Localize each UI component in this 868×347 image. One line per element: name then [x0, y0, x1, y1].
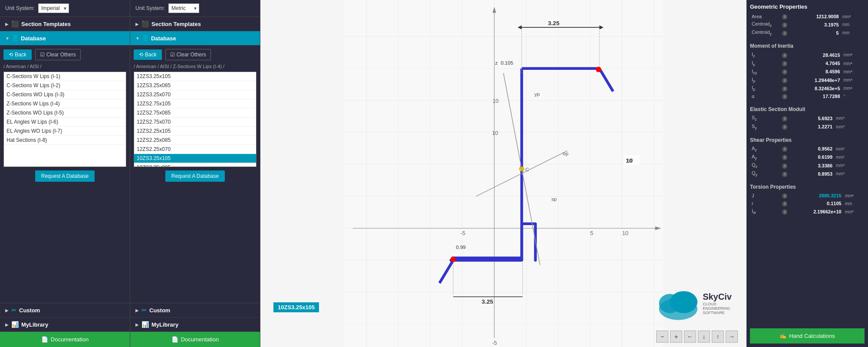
left-custom-label: Custom [19, 307, 40, 314]
left-list-box[interactable]: C-Sections W Lips (I-1) C-Sections W Lip… [3, 72, 126, 167]
info-icon-j[interactable]: ℹ [780, 192, 789, 200]
middle-database-row[interactable]: ▼ 🗄 Database [130, 31, 260, 46]
skyciv-name: SkyCiv [703, 292, 738, 302]
prop-unit-j: mm⁴ [843, 192, 865, 200]
info-icon-qy[interactable]: ℹ [780, 170, 789, 178]
left-section-templates-label: Section Templates [21, 21, 71, 27]
middle-clear-icon: ☑ [170, 52, 175, 58]
left-section-templates-row[interactable]: ▶ ⬛ Section Templates [0, 17, 130, 31]
left-clear-button[interactable]: ☑ Clear Others [35, 49, 81, 60]
list-item[interactable]: 12ZS2.75x085 [134, 108, 256, 118]
prop-val-j[interactable]: 2880.3215 [789, 192, 843, 200]
section-label-text: 10ZS3.25x105 [278, 304, 315, 311]
left-unit-select[interactable]: Imperial Metric [38, 3, 69, 13]
zoom-in-button[interactable]: + [670, 331, 682, 343]
middle-unit-select[interactable]: Metric Imperial [168, 3, 199, 13]
info-icon-i2[interactable]: ℹ [780, 84, 789, 92]
pan-down-button[interactable]: ↓ [698, 331, 710, 343]
info-icon-iy[interactable]: ℹ [780, 59, 789, 68]
list-item[interactable]: 12ZS3.25x105 [134, 72, 256, 81]
info-icon-alpha[interactable]: ℹ [780, 92, 789, 100]
middle-mylibrary-row[interactable]: ▶ 📊 MyLibrary [130, 318, 260, 332]
prop-label-alpha: α [750, 92, 780, 100]
left-clear-label: Clear Others [46, 52, 76, 58]
left-back-button[interactable]: ⟲ Back [3, 49, 32, 60]
prop-val-centroid-z: 3.1975 [789, 20, 841, 29]
middle-section-templates-row[interactable]: ▶ ⬛ Section Templates [130, 17, 260, 31]
middle-list-box[interactable]: 12ZS3.25x105 12ZS3.25x085 12ZS3.25x070 1… [134, 72, 256, 167]
info-icon-centroid-z[interactable]: ℹ [780, 20, 789, 29]
list-item[interactable]: Z-Sections WO Lips (I-5) [4, 108, 126, 118]
middle-back-button[interactable]: ⟲ Back [134, 49, 162, 60]
info-icon-izy[interactable]: ℹ [780, 68, 789, 76]
prop-label-qz: Qz [750, 161, 780, 170]
info-icon-sy[interactable]: ℹ [780, 123, 789, 131]
list-item[interactable]: Z-Sections W Lips (I-4) [4, 99, 126, 108]
info-icon-ay[interactable]: ℹ [780, 153, 789, 161]
pan-right-button[interactable]: → [726, 331, 738, 343]
prop-label-centroid-y: Centroidy [750, 29, 780, 37]
left-mylibrary-row[interactable]: ▶ 📊 MyLibrary [0, 318, 130, 332]
info-icon-qz[interactable]: ℹ [780, 161, 789, 170]
skyciv-brand: SkyCiv CLOUD ENGINEERING SOFTWARE [703, 292, 738, 315]
prop-row-j: J ℹ 2880.3215 mm⁴ [750, 192, 865, 200]
left-documentation-button[interactable]: 📄 Documentation [0, 332, 130, 347]
left-request-database-button[interactable]: Request A Database [35, 170, 95, 182]
left-custom-row[interactable]: ▶ ✂ Custom [0, 303, 130, 318]
list-item[interactable]: EL Angles WO Lips (I-7) [4, 127, 126, 136]
left-unit-select-wrapper[interactable]: Imperial Metric [38, 3, 69, 13]
j-link[interactable]: 2880.3215 [819, 193, 842, 198]
svg-text:10: 10 [493, 98, 499, 104]
pan-left-button[interactable]: ← [684, 331, 696, 343]
info-icon-i1[interactable]: ℹ [780, 76, 789, 84]
info-icon-area[interactable]: ℹ [780, 13, 789, 20]
list-item[interactable]: 12ZS2.25x085 [134, 136, 256, 145]
middle-section-templates-label: Section Templates [151, 21, 201, 27]
svg-text:-5: -5 [492, 340, 497, 346]
list-item-selected[interactable]: 10ZS3.25x105 [134, 154, 256, 163]
info-icon-r[interactable]: ℹ [780, 200, 789, 207]
middle-database-section: ⟲ Back ☑ Clear Others / American / AISI … [130, 46, 260, 303]
list-item[interactable]: 12ZS3.25x085 [134, 81, 256, 90]
pan-up-button[interactable]: ↑ [712, 331, 724, 343]
list-item[interactable]: EL Angles W Lips (I-6) [4, 118, 126, 127]
info-icon-iz[interactable]: ℹ [780, 51, 789, 59]
list-item[interactable]: 12ZS2.75x070 [134, 118, 256, 127]
shear-props-table: Az ℹ 0.9562 mm² Ay ℹ 0.6199 mm² Qz ℹ 3.3… [750, 145, 865, 178]
prop-unit-alpha: ° [842, 92, 865, 100]
left-section-templates-icon: ⬛ [11, 20, 19, 27]
list-item[interactable]: Hat Sections (I-8) [4, 136, 126, 145]
middle-request-database-button[interactable]: Request A Database [165, 170, 225, 182]
list-item[interactable]: 10ZS3.25x085 [134, 163, 256, 167]
prop-row-iy: Iy ℹ 4.7045 mm⁴ [750, 59, 865, 68]
middle-unit-select-wrapper[interactable]: Metric Imperial [168, 3, 199, 13]
svg-text:10: 10 [492, 130, 498, 136]
prop-label-ay: Ay [750, 153, 780, 161]
middle-documentation-button[interactable]: 📄 Documentation [130, 332, 260, 347]
list-item[interactable]: C-Sections WO Lips (I-3) [4, 90, 126, 99]
list-item[interactable]: C-Sections W Lips (I-2) [4, 81, 126, 90]
list-item[interactable]: 12ZS2.75x105 [134, 99, 256, 108]
list-item[interactable]: 12ZS2.25x105 [134, 127, 256, 136]
list-item[interactable]: 12ZS3.25x070 [134, 90, 256, 99]
info-icon-centroid-y[interactable]: ℹ [780, 29, 789, 37]
info-icon-az[interactable]: ℹ [780, 145, 789, 153]
info-icon-iw[interactable]: ℹ [780, 207, 789, 216]
svg-text:-5: -5 [460, 230, 465, 236]
zoom-out-button[interactable]: − [656, 331, 668, 343]
prop-unit-ay: mm² [834, 153, 865, 161]
left-database-row[interactable]: ▼ 🗄 Database [0, 31, 130, 46]
list-item[interactable]: C-Sections W Lips (I-1) [4, 72, 126, 81]
prop-row-qy: Qy ℹ 0.8953 mm³ [750, 170, 865, 178]
right-panel: Geometric Properties Area ℹ 1212.9008 mm… [746, 0, 868, 347]
list-item[interactable]: 12ZS2.25x070 [134, 145, 256, 154]
prop-val-area: 1212.9008 [789, 13, 841, 20]
left-breadcrumb: / American / AISI / [3, 64, 126, 69]
prop-unit-iy: mm⁴ [842, 59, 865, 68]
middle-clear-button[interactable]: ☑ Clear Others [165, 49, 211, 60]
hand-calculations-button[interactable]: ✍ Hand Calculations [750, 328, 865, 344]
info-icon-sz[interactable]: ℹ [780, 114, 789, 122]
middle-custom-row[interactable]: ▶ ✂ Custom [130, 303, 260, 318]
prop-unit-area: mm² [841, 13, 865, 20]
prop-val-sy: 1.2271 [789, 123, 834, 131]
